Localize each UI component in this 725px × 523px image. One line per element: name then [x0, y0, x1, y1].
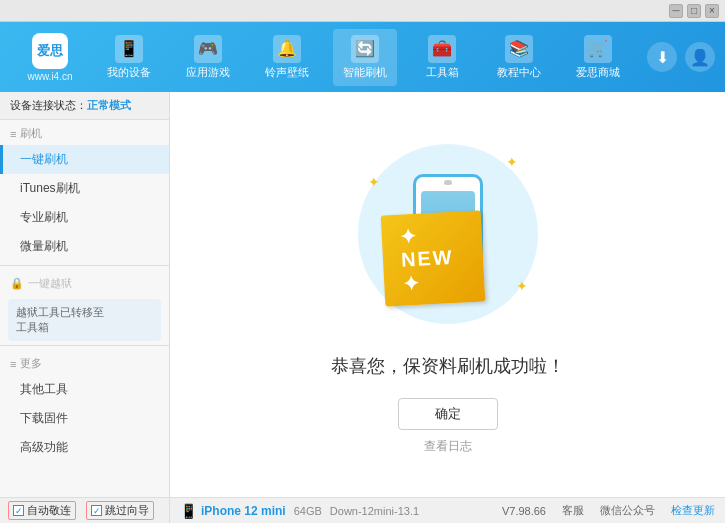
nav-label-tutorial: 教程中心 [497, 65, 541, 80]
download-button[interactable]: ⬇ [647, 42, 677, 72]
nav-item-my-device[interactable]: 📱 我的设备 [97, 29, 161, 86]
section-label-jailbreak: 一键越狱 [28, 276, 72, 291]
auto-connect-checkbox[interactable]: ✓ [13, 505, 24, 516]
logo-url: www.i4.cn [27, 71, 72, 82]
nav-icon-my-device: 📱 [115, 35, 143, 63]
maximize-button[interactable]: □ [687, 4, 701, 18]
nav-icon-tutorial: 📚 [505, 35, 533, 63]
nav-label-apps-games: 应用游戏 [186, 65, 230, 80]
nav-icon-shop: 🛒 [584, 35, 612, 63]
divider-1 [0, 265, 169, 266]
skip-wizard-checkbox-wrapper[interactable]: ✓ 跳过向导 [86, 501, 154, 520]
skip-wizard-checkbox[interactable]: ✓ [91, 505, 102, 516]
nav-icon-smart-flash: 🔄 [351, 35, 379, 63]
user-button[interactable]: 👤 [685, 42, 715, 72]
sidebar: 设备连接状态：正常模式 ≡ 刷机 一键刷机 iTunes刷机 专业刷机 微量刷机… [0, 92, 170, 497]
section-title-more: ≡ 更多 [0, 350, 169, 375]
nav-label-toolbox: 工具箱 [426, 65, 459, 80]
section-title-flash: ≡ 刷机 [0, 120, 169, 145]
jailbreak-info-box: 越狱工具已转移至工具箱 [8, 299, 161, 341]
status-bar: 设备连接状态：正常模式 [0, 92, 169, 120]
section-label-flash: 刷机 [20, 126, 42, 141]
confirm-button[interactable]: 确定 [398, 398, 498, 430]
device-name: iPhone 12 mini [201, 504, 286, 518]
nav-label-my-device: 我的设备 [107, 65, 151, 80]
device-bottom-area: 📱 iPhone 12 mini 64GB Down-12mini-13.1 [170, 498, 492, 523]
logo: 爱思 www.i4.cn [10, 33, 90, 82]
bottom-right: V7.98.66 客服 微信公众号 检查更新 [492, 498, 725, 523]
nav-icon-ringtone: 🔔 [273, 35, 301, 63]
sparkle-1: ✦ [506, 154, 518, 170]
nav-item-shop[interactable]: 🛒 爱思商城 [566, 29, 630, 86]
divider-2 [0, 345, 169, 346]
nav-item-toolbox[interactable]: 🧰 工具箱 [412, 29, 472, 86]
nav-item-ringtone[interactable]: 🔔 铃声壁纸 [255, 29, 319, 86]
section-label-more: 更多 [20, 356, 42, 371]
section-icon-more: ≡ [10, 358, 16, 370]
main-container: 设备连接状态：正常模式 ≡ 刷机 一键刷机 iTunes刷机 专业刷机 微量刷机… [0, 92, 725, 497]
header-actions: ⬇ 👤 [647, 42, 715, 72]
device-firmware: Down-12mini-13.1 [330, 505, 419, 517]
version-label: V7.98.66 [502, 505, 546, 517]
sidebar-item-one-click-flash[interactable]: 一键刷机 [0, 145, 169, 174]
sidebar-item-advanced[interactable]: 高级功能 [0, 433, 169, 462]
sparkle-3: ✦ [516, 278, 528, 294]
sidebar-item-micro-flash[interactable]: 微量刷机 [0, 232, 169, 261]
nav-label-ringtone: 铃声壁纸 [265, 65, 309, 80]
device-storage: 64GB [294, 505, 322, 517]
status-value: 正常模式 [87, 99, 131, 111]
minimize-button[interactable]: ─ [669, 4, 683, 18]
nav-icon-toolbox: 🧰 [428, 35, 456, 63]
bottom-left: ✓ 自动敬连 ✓ 跳过向导 [0, 498, 170, 523]
titlebar: ─ □ × [0, 0, 725, 22]
success-message: 恭喜您，保资料刷机成功啦！ [331, 354, 565, 378]
nav-item-apps-games[interactable]: 🎮 应用游戏 [176, 29, 240, 86]
checkbox-area: ✓ 自动敬连 ✓ 跳过向导 [8, 501, 161, 520]
nav-label-smart-flash: 智能刷机 [343, 65, 387, 80]
nav-bar: 📱 我的设备 🎮 应用游戏 🔔 铃声壁纸 🔄 智能刷机 🧰 工具箱 📚 教程中心… [90, 29, 637, 86]
skip-wizard-label: 跳过向导 [105, 503, 149, 518]
section-icon-flash: ≡ [10, 128, 16, 140]
sparkle-2: ✦ [368, 174, 380, 190]
phone-icon: 📱 [180, 503, 197, 519]
sidebar-item-download-firmware[interactable]: 下载固件 [0, 404, 169, 433]
jailbreak-info-text: 越狱工具已转移至工具箱 [16, 306, 104, 333]
status-label: 设备连接状态： [10, 99, 87, 111]
auto-connect-checkbox-wrapper[interactable]: ✓ 自动敬连 [8, 501, 76, 520]
sidebar-item-itunes-flash[interactable]: iTunes刷机 [0, 174, 169, 203]
content-area: ✦ NEW ✦ ✦ ✦ ✦ 恭喜您，保资料刷机成功啦！ 确定 查看日志 [170, 92, 725, 497]
nav-icon-apps-games: 🎮 [194, 35, 222, 63]
sidebar-item-pro-flash[interactable]: 专业刷机 [0, 203, 169, 232]
close-button[interactable]: × [705, 4, 719, 18]
circle-background: ✦ NEW ✦ [358, 144, 538, 324]
new-badge: ✦ NEW ✦ [380, 210, 485, 306]
logo-icon: 爱思 [32, 33, 68, 69]
auto-connect-label: 自动敬连 [27, 503, 71, 518]
wechat-link[interactable]: 微信公众号 [600, 503, 655, 518]
lock-icon: 🔒 [10, 277, 24, 290]
nav-label-shop: 爱思商城 [576, 65, 620, 80]
nav-item-tutorial[interactable]: 📚 教程中心 [487, 29, 551, 86]
sidebar-item-other-tools[interactable]: 其他工具 [0, 375, 169, 404]
section-title-jailbreak: 🔒 一键越狱 [0, 270, 169, 295]
check-update-link[interactable]: 检查更新 [671, 503, 715, 518]
nav-item-smart-flash[interactable]: 🔄 智能刷机 [333, 29, 397, 86]
success-illustration: ✦ NEW ✦ ✦ ✦ ✦ [348, 134, 548, 334]
customer-service-link[interactable]: 客服 [562, 503, 584, 518]
history-link[interactable]: 查看日志 [424, 438, 472, 455]
header: 爱思 www.i4.cn 📱 我的设备 🎮 应用游戏 🔔 铃声壁纸 🔄 智能刷机… [0, 22, 725, 92]
bottom-bar: ✓ 自动敬连 ✓ 跳过向导 📱 iPhone 12 mini 64GB Down… [0, 497, 725, 523]
